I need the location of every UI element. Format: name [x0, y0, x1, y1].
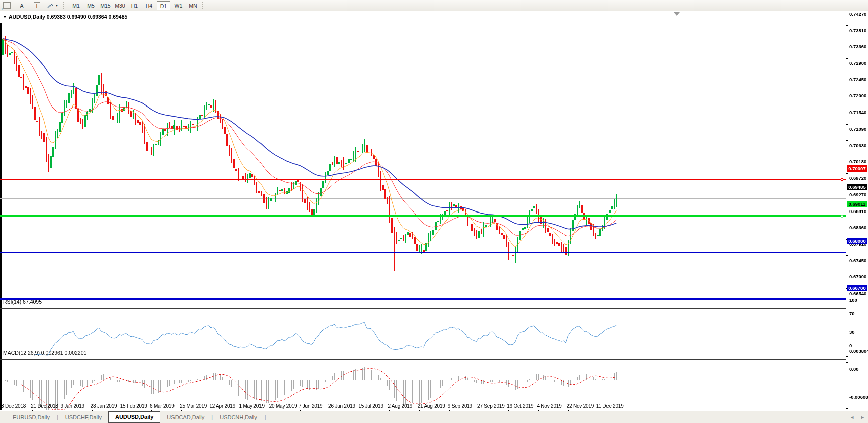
tab-scroll-arrows: ◄ ► — [850, 411, 865, 423]
date-label: 27 Sep 2019 — [477, 403, 505, 409]
price-tick-label: 0.67450 — [849, 258, 866, 263]
price-tick-label: 0.72900 — [849, 60, 866, 66]
macd-label: MACD(12,26,9) 0.002961 0.002201 — [3, 350, 86, 356]
macd-tick-label: 0.003804 — [849, 348, 868, 354]
price-tick-label: 0.67000 — [849, 274, 866, 279]
date-label: 12 Apr 2019 — [209, 403, 235, 409]
macd-tick-label: -0.006082 — [849, 394, 868, 400]
price-tick-label: 0.70630 — [849, 143, 866, 148]
date-label: 3 Dec 2018 — [1, 403, 26, 409]
date-label: 9 Sep 2019 — [448, 403, 472, 409]
tab-eurusd[interactable]: EURUSD,Daily — [6, 411, 56, 423]
tab-divider: | — [264, 414, 267, 420]
chart-tab-bar: EURUSD,Daily|USDCHF,DailyAUDUSD,DailyUSD… — [0, 411, 868, 423]
chart-tabs: EURUSD,Daily|USDCHF,DailyAUDUSD,DailyUSD… — [6, 411, 267, 423]
price-tick-label: 0.70180 — [849, 159, 866, 164]
title-marker-icon: ▼ — [3, 15, 7, 19]
price-tick-label: 0.71540 — [849, 110, 866, 115]
price-tick-label: 0.73360 — [849, 44, 866, 49]
chart-title: ▼AUDUSD,Daily 0.69383 0.69490 0.69364 0.… — [3, 14, 127, 20]
price-tick-label: 0.66540 — [849, 291, 866, 296]
price-tick-label: 0.74270 — [849, 11, 866, 17]
rsi-tick-label: 100 — [849, 297, 857, 303]
price-tick-label: 0.68810 — [849, 208, 866, 214]
price-level-tag: 0.68000 — [847, 238, 867, 244]
chart-canvas[interactable] — [0, 0, 868, 423]
rsi-tick-label: 30 — [849, 329, 855, 335]
tab-scroll-right-button[interactable]: ► — [860, 415, 865, 420]
tab-audusd[interactable]: AUDUSD,Daily — [108, 411, 160, 423]
chart-shift-marker-icon[interactable] — [674, 12, 680, 16]
mt4-terminal: { "icons": { "title_marker": "▼", "dropd… — [0, 0, 868, 423]
tab-usdchf[interactable]: USDCHF,Daily — [59, 411, 108, 423]
chart-window: ▼AUDUSD,Daily 0.69383 0.69490 0.69364 0.… — [0, 11, 868, 411]
date-label: 2 Aug 2019 — [388, 403, 412, 409]
date-label: 25 Mar 2019 — [180, 403, 207, 409]
price-level-tag: 0.69011 — [847, 201, 867, 207]
price-tick-label: 0.69720 — [849, 175, 866, 181]
date-label: 9 Jan 2019 — [60, 403, 84, 409]
chart-title-text: AUDUSD,Daily 0.69383 0.69490 0.69364 0.6… — [9, 14, 127, 20]
date-label: 6 Mar 2019 — [150, 403, 175, 409]
date-label: 16 Oct 2019 — [507, 403, 533, 409]
rsi-tick-label: 70 — [849, 311, 855, 316]
tab-scroll-left-button[interactable]: ◄ — [850, 415, 854, 420]
date-label: 22 Nov 2019 — [567, 403, 594, 409]
date-label: 20 May 2019 — [269, 403, 297, 409]
tab-usdcnh[interactable]: USDCNH,Daily — [213, 411, 264, 423]
date-label: 21 Aug 2019 — [418, 403, 445, 409]
date-label: 15 Jul 2019 — [358, 403, 383, 409]
date-label: 28 Jan 2019 — [91, 403, 117, 409]
price-tick-label: 0.73810 — [849, 28, 866, 33]
rsi-label: RSI(14) 67.4095 — [3, 299, 42, 305]
price-tick-label: 0.68360 — [849, 225, 866, 230]
current-price-tag: 0.69485 — [847, 184, 867, 190]
date-label: 15 Feb 2019 — [120, 403, 147, 409]
date-label: 1 May 2019 — [239, 403, 265, 409]
date-label: 26 Jun 2019 — [328, 403, 355, 409]
price-tick-label: 0.71090 — [849, 126, 866, 132]
date-label: 7 Jun 2019 — [299, 403, 323, 409]
price-tick-label: 0.72450 — [849, 77, 866, 82]
date-label: 21 Dec 2018 — [31, 403, 58, 409]
price-tick-label: 0.69270 — [849, 192, 866, 197]
date-label: 11 Dec 2019 — [596, 403, 624, 409]
rsi-tick-label: 0 — [849, 343, 852, 348]
tab-usdcad[interactable]: USDCAD,Daily — [160, 411, 211, 423]
price-tick-label: 0.72000 — [849, 93, 866, 98]
date-label: 4 Nov 2019 — [537, 403, 561, 409]
price-level-tag: 0.66700 — [847, 285, 867, 291]
price-level-tag: 0.70007 — [847, 165, 867, 172]
macd-tick-label: 0.00 — [849, 366, 859, 372]
